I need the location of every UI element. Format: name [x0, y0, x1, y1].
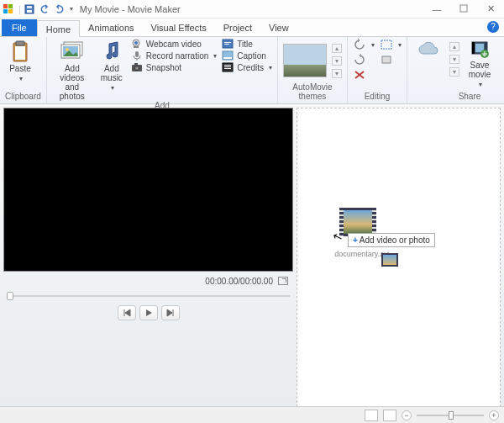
scroll-up-icon[interactable]: ▴ [449, 42, 459, 51]
caption-icon [222, 50, 234, 61]
zoom-thumb[interactable] [449, 411, 454, 420]
sign-in-button[interactable]: Sign in [500, 39, 504, 79]
svg-rect-21 [224, 44, 229, 45]
svg-rect-27 [224, 68, 231, 69]
ribbon-group-automovie: ▴ ▾ ▾ AutoMovie themes [278, 37, 348, 103]
close-button[interactable]: ✕ [480, 3, 501, 14]
chevron-down-icon: ▾ [479, 81, 482, 88]
tab-home[interactable]: Home [37, 20, 80, 37]
svg-point-17 [134, 66, 139, 71]
video-preview[interactable] [3, 108, 293, 272]
credits-button[interactable]: Credits▾ [222, 62, 272, 72]
redo-icon[interactable] [55, 4, 65, 14]
scroll-down-icon[interactable]: ▾ [449, 55, 459, 64]
record-narration-button[interactable]: Record narration▾ [131, 50, 217, 61]
svg-rect-6 [15, 46, 25, 60]
zoom-out-button[interactable]: − [402, 410, 412, 420]
chevron-down-icon: ▾ [111, 84, 114, 92]
quick-access-toolbar: ▾ [24, 4, 73, 14]
dragged-clip[interactable] [339, 208, 376, 236]
expand-icon[interactable]: ▾ [332, 69, 342, 78]
rotate-left-button[interactable]: ▾ [353, 39, 375, 50]
expand-icon[interactable]: ▾ [449, 67, 459, 77]
secondary-thumbnail-icon [381, 253, 398, 267]
webcam-icon [131, 39, 143, 49]
rotate-right-button[interactable] [353, 54, 375, 66]
webcam-video-button[interactable]: Webcam video [131, 39, 217, 49]
maximize-button[interactable] [454, 4, 474, 14]
cloud-icon [417, 40, 440, 59]
svg-rect-14 [135, 51, 139, 57]
menubar: File Home Animations Visual Effects Proj… [0, 19, 504, 37]
credits-icon [222, 62, 234, 72]
add-videos-photos-button[interactable]: Add videos and photos [52, 39, 92, 101]
window-title: My Movie - Movie Maker [80, 4, 181, 14]
ribbon-group-clipboard: Paste ▾ Clipboard [0, 37, 47, 103]
paste-button[interactable]: Paste ▾ [5, 39, 35, 82]
scroll-down-icon[interactable]: ▾ [332, 56, 342, 66]
camera-icon [131, 62, 143, 72]
group-label-clipboard: Clipboard [5, 92, 41, 102]
workspace: 00:00.00/00:00.00 ↖ +Add video or photo … [0, 104, 504, 423]
svg-rect-25 [224, 65, 231, 66]
group-label-editing: Editing [353, 92, 402, 102]
undo-icon[interactable] [39, 4, 50, 14]
tab-project[interactable]: Project [215, 19, 260, 36]
snapshot-button[interactable]: Snapshot [131, 62, 217, 72]
seek-thumb[interactable] [7, 292, 13, 300]
save-icon[interactable] [24, 4, 34, 14]
prev-frame-button[interactable] [118, 305, 136, 320]
file-tab[interactable]: File [2, 19, 37, 36]
save-movie-button[interactable]: Save movie ▾ [465, 39, 495, 88]
zoom-in-button[interactable]: + [489, 410, 499, 420]
ribbon-group-add: Add videos and photos Add music ▾ Webcam… [47, 37, 278, 103]
photos-icon [60, 40, 85, 62]
music-icon [102, 40, 121, 62]
add-music-button[interactable]: Add music ▾ [97, 39, 126, 92]
preview-pane: 00:00.00/00:00.00 [3, 108, 293, 420]
svg-rect-1 [27, 10, 32, 13]
chevron-down-icon: ▾ [19, 75, 23, 82]
ribbon-group-editing: ▾ ▾ Editing [348, 37, 407, 103]
tab-visual-effects[interactable]: Visual Effects [143, 19, 215, 36]
title-button[interactable]: Title [222, 39, 272, 49]
tab-view[interactable]: View [260, 19, 297, 36]
scroll-up-icon[interactable]: ▴ [332, 44, 342, 53]
svg-rect-33 [472, 42, 475, 54]
share-cloud-button[interactable] [412, 39, 444, 59]
app-icon [3, 4, 13, 14]
select-all-button[interactable]: ▾ [380, 39, 402, 50]
group-label-automovie: AutoMovie themes [283, 82, 342, 102]
remove-button[interactable] [353, 69, 375, 81]
qat-separator: | [18, 4, 21, 14]
edit-tool-button[interactable] [380, 54, 402, 66]
film-thumbnail-icon [339, 208, 376, 236]
caption-button[interactable]: Caption [222, 50, 272, 61]
storyboard-pane[interactable]: ↖ +Add video or photo documentary.avi [297, 108, 501, 420]
title-icon [222, 39, 234, 49]
svg-rect-31 [382, 56, 391, 63]
titlebar: | ▾ My Movie - Movie Maker — ✕ [0, 0, 504, 19]
svg-rect-26 [224, 66, 231, 67]
svg-point-12 [134, 41, 138, 45]
help-icon[interactable]: ? [487, 21, 499, 33]
ribbon: Paste ▾ Clipboard Add videos and photos … [0, 37, 504, 104]
svg-rect-20 [224, 42, 231, 43]
next-frame-button[interactable] [161, 305, 180, 320]
minimize-button[interactable]: — [427, 4, 447, 14]
view-mode-2-button[interactable] [383, 410, 396, 421]
zoom-slider[interactable] [417, 415, 484, 416]
svg-rect-18 [134, 63, 138, 65]
automovie-theme-thumb[interactable] [283, 44, 327, 77]
fullscreen-icon[interactable] [278, 277, 288, 285]
view-mode-1-button[interactable] [365, 410, 378, 421]
qat-dropdown-icon[interactable]: ▾ [70, 5, 73, 13]
seek-bar[interactable] [3, 290, 293, 302]
tab-animations[interactable]: Animations [80, 19, 142, 36]
svg-rect-5 [16, 41, 24, 45]
svg-point-10 [66, 48, 69, 51]
play-button[interactable] [139, 305, 158, 320]
clipboard-icon [11, 40, 29, 62]
ribbon-group-share: ▴ ▾ ▾ Save movie ▾ Sign in Share [407, 37, 504, 103]
plus-icon: + [353, 235, 358, 245]
